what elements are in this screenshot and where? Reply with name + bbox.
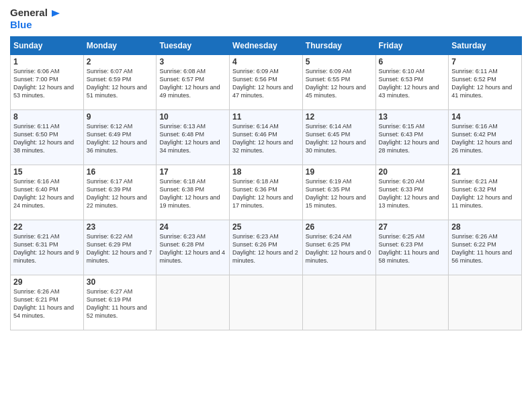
col-header-sunday: Sunday xyxy=(11,37,84,55)
cell-info: Sunrise: 6:16 AM Sunset: 6:42 PM Dayligh… xyxy=(451,122,519,155)
col-header-wednesday: Wednesday xyxy=(230,37,303,55)
week-row-3: 15Sunrise: 6:16 AM Sunset: 6:40 PM Dayli… xyxy=(11,165,522,220)
cell-info: Sunrise: 6:09 AM Sunset: 6:56 PM Dayligh… xyxy=(232,67,300,100)
calendar-cell: 23Sunrise: 6:22 AM Sunset: 6:29 PM Dayli… xyxy=(83,220,157,275)
cell-info: Sunrise: 6:06 AM Sunset: 7:00 PM Dayligh… xyxy=(13,67,81,100)
cell-info: Sunrise: 6:18 AM Sunset: 6:38 PM Dayligh… xyxy=(159,177,226,210)
calendar-cell: 25Sunrise: 6:23 AM Sunset: 6:26 PM Dayli… xyxy=(230,220,303,275)
calendar-cell: 30Sunrise: 6:27 AM Sunset: 6:19 PM Dayli… xyxy=(83,275,157,330)
logo-blue: Blue xyxy=(10,19,32,30)
day-number: 6 xyxy=(379,57,446,66)
week-row-2: 8Sunrise: 6:11 AM Sunset: 6:50 PM Daylig… xyxy=(11,110,522,165)
calendar-cell xyxy=(302,275,375,330)
cell-info: Sunrise: 6:21 AM Sunset: 6:31 PM Dayligh… xyxy=(13,232,81,265)
cell-info: Sunrise: 6:26 AM Sunset: 6:21 PM Dayligh… xyxy=(13,287,81,320)
calendar-cell xyxy=(449,275,522,330)
day-number: 24 xyxy=(159,222,226,232)
day-number: 16 xyxy=(87,167,154,177)
calendar-cell: 10Sunrise: 6:13 AM Sunset: 6:48 PM Dayli… xyxy=(157,110,230,165)
day-number: 4 xyxy=(232,57,300,66)
cell-info: Sunrise: 6:26 AM Sunset: 6:22 PM Dayligh… xyxy=(451,232,519,265)
cell-info: Sunrise: 6:21 AM Sunset: 6:32 PM Dayligh… xyxy=(451,177,519,210)
day-number: 17 xyxy=(159,167,226,177)
day-number: 27 xyxy=(379,222,446,232)
logo-general: General xyxy=(10,7,48,18)
header: General Blue xyxy=(10,7,522,31)
cell-info: Sunrise: 6:10 AM Sunset: 6:53 PM Dayligh… xyxy=(379,67,446,100)
cell-info: Sunrise: 6:25 AM Sunset: 6:23 PM Dayligh… xyxy=(379,232,446,265)
day-number: 25 xyxy=(232,222,300,232)
cell-info: Sunrise: 6:23 AM Sunset: 6:26 PM Dayligh… xyxy=(232,232,300,265)
day-number: 9 xyxy=(87,112,154,122)
calendar-cell: 16Sunrise: 6:17 AM Sunset: 6:39 PM Dayli… xyxy=(83,165,157,220)
svg-marker-0 xyxy=(52,10,60,17)
calendar-cell: 18Sunrise: 6:18 AM Sunset: 6:36 PM Dayli… xyxy=(230,165,303,220)
calendar-cell: 26Sunrise: 6:24 AM Sunset: 6:25 PM Dayli… xyxy=(302,220,375,275)
day-number: 18 xyxy=(232,167,300,177)
calendar-cell: 28Sunrise: 6:26 AM Sunset: 6:22 PM Dayli… xyxy=(449,220,522,275)
day-number: 12 xyxy=(306,112,373,122)
day-number: 29 xyxy=(13,277,81,287)
col-header-friday: Friday xyxy=(375,37,449,55)
calendar-cell: 1Sunrise: 6:06 AM Sunset: 7:00 PM Daylig… xyxy=(11,55,84,110)
logo: General Blue xyxy=(10,7,60,31)
calendar-cell: 4Sunrise: 6:09 AM Sunset: 6:56 PM Daylig… xyxy=(230,55,303,110)
cell-info: Sunrise: 6:07 AM Sunset: 6:59 PM Dayligh… xyxy=(87,67,154,100)
day-number: 20 xyxy=(379,167,446,177)
logo-wordmark: General Blue xyxy=(10,7,60,31)
calendar-cell: 12Sunrise: 6:14 AM Sunset: 6:45 PM Dayli… xyxy=(302,110,375,165)
col-header-monday: Monday xyxy=(83,37,157,55)
day-number: 19 xyxy=(306,167,373,177)
cell-info: Sunrise: 6:13 AM Sunset: 6:48 PM Dayligh… xyxy=(159,122,226,155)
day-number: 5 xyxy=(306,57,373,66)
cell-info: Sunrise: 6:14 AM Sunset: 6:45 PM Dayligh… xyxy=(306,122,373,155)
calendar-cell: 8Sunrise: 6:11 AM Sunset: 6:50 PM Daylig… xyxy=(11,110,84,165)
day-number: 7 xyxy=(451,57,519,66)
calendar-cell: 27Sunrise: 6:25 AM Sunset: 6:23 PM Dayli… xyxy=(375,220,449,275)
cell-info: Sunrise: 6:22 AM Sunset: 6:29 PM Dayligh… xyxy=(87,232,154,265)
calendar-cell: 5Sunrise: 6:09 AM Sunset: 6:55 PM Daylig… xyxy=(302,55,375,110)
day-number: 8 xyxy=(13,112,81,122)
calendar-cell: 21Sunrise: 6:21 AM Sunset: 6:32 PM Dayli… xyxy=(449,165,522,220)
week-row-4: 22Sunrise: 6:21 AM Sunset: 6:31 PM Dayli… xyxy=(11,220,522,275)
cell-info: Sunrise: 6:24 AM Sunset: 6:25 PM Dayligh… xyxy=(306,232,373,265)
calendar-cell: 29Sunrise: 6:26 AM Sunset: 6:21 PM Dayli… xyxy=(11,275,84,330)
day-number: 1 xyxy=(13,57,81,66)
cell-info: Sunrise: 6:15 AM Sunset: 6:43 PM Dayligh… xyxy=(379,122,446,155)
calendar-cell: 9Sunrise: 6:12 AM Sunset: 6:49 PM Daylig… xyxy=(83,110,157,165)
cell-info: Sunrise: 6:27 AM Sunset: 6:19 PM Dayligh… xyxy=(87,287,154,320)
day-number: 10 xyxy=(159,112,226,122)
calendar-cell: 19Sunrise: 6:19 AM Sunset: 6:35 PM Dayli… xyxy=(302,165,375,220)
cell-info: Sunrise: 6:12 AM Sunset: 6:49 PM Dayligh… xyxy=(87,122,154,155)
cell-info: Sunrise: 6:17 AM Sunset: 6:39 PM Dayligh… xyxy=(87,177,154,210)
cell-info: Sunrise: 6:19 AM Sunset: 6:35 PM Dayligh… xyxy=(306,177,373,210)
day-number: 23 xyxy=(87,222,154,232)
calendar-cell: 3Sunrise: 6:08 AM Sunset: 6:57 PM Daylig… xyxy=(157,55,230,110)
cell-info: Sunrise: 6:11 AM Sunset: 6:52 PM Dayligh… xyxy=(451,67,519,100)
cell-info: Sunrise: 6:14 AM Sunset: 6:46 PM Dayligh… xyxy=(232,122,300,155)
calendar-cell: 14Sunrise: 6:16 AM Sunset: 6:42 PM Dayli… xyxy=(449,110,522,165)
day-number: 22 xyxy=(13,222,81,232)
day-number: 28 xyxy=(451,222,519,232)
logo-arrow-icon xyxy=(50,9,60,18)
cell-info: Sunrise: 6:11 AM Sunset: 6:50 PM Dayligh… xyxy=(13,122,81,155)
day-number: 14 xyxy=(451,112,519,122)
calendar-cell xyxy=(230,275,303,330)
calendar-cell: 6Sunrise: 6:10 AM Sunset: 6:53 PM Daylig… xyxy=(375,55,449,110)
cell-info: Sunrise: 6:23 AM Sunset: 6:28 PM Dayligh… xyxy=(159,232,226,265)
calendar-cell: 20Sunrise: 6:20 AM Sunset: 6:33 PM Dayli… xyxy=(375,165,449,220)
day-number: 15 xyxy=(13,167,81,177)
week-row-5: 29Sunrise: 6:26 AM Sunset: 6:21 PM Dayli… xyxy=(11,275,522,330)
day-number: 13 xyxy=(379,112,446,122)
calendar-cell: 2Sunrise: 6:07 AM Sunset: 6:59 PM Daylig… xyxy=(83,55,157,110)
calendar-cell: 7Sunrise: 6:11 AM Sunset: 6:52 PM Daylig… xyxy=(449,55,522,110)
calendar-cell: 11Sunrise: 6:14 AM Sunset: 6:46 PM Dayli… xyxy=(230,110,303,165)
cell-info: Sunrise: 6:20 AM Sunset: 6:33 PM Dayligh… xyxy=(379,177,446,210)
calendar-cell: 24Sunrise: 6:23 AM Sunset: 6:28 PM Dayli… xyxy=(157,220,230,275)
day-number: 30 xyxy=(87,277,154,287)
calendar-cell: 22Sunrise: 6:21 AM Sunset: 6:31 PM Dayli… xyxy=(11,220,84,275)
calendar-cell: 17Sunrise: 6:18 AM Sunset: 6:38 PM Dayli… xyxy=(157,165,230,220)
calendar-cell xyxy=(375,275,449,330)
calendar-cell: 13Sunrise: 6:15 AM Sunset: 6:43 PM Dayli… xyxy=(375,110,449,165)
col-header-thursday: Thursday xyxy=(302,37,375,55)
